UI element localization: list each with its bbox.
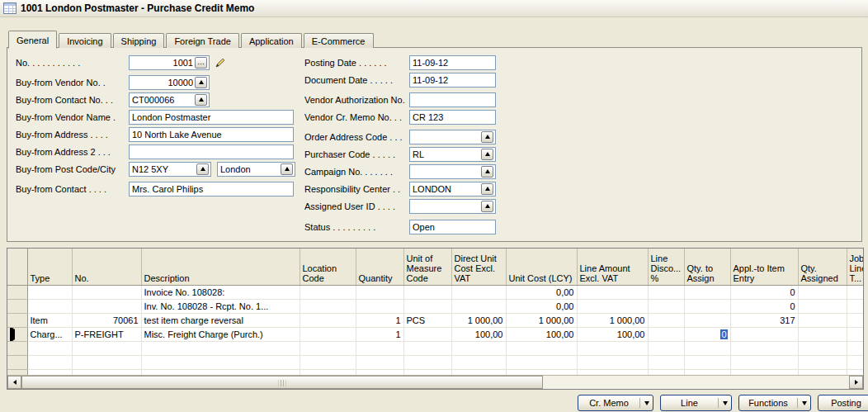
cell-qty-assigned[interactable] [798, 328, 847, 342]
cell-line-amount[interactable]: 1 000,00 [577, 314, 648, 328]
empty-cell[interactable] [648, 342, 684, 356]
empty-cell[interactable] [798, 342, 847, 356]
cell-quantity[interactable]: 1 [356, 328, 403, 342]
cell-appl-to-item-entry[interactable] [730, 328, 798, 342]
cell-line-discount[interactable] [648, 328, 684, 342]
posting-menu-button[interactable]: Posting [818, 395, 868, 411]
cell-line-discount[interactable] [648, 314, 684, 328]
cell-qty-to-assign[interactable] [684, 314, 730, 328]
empty-cell[interactable] [684, 356, 730, 370]
cell-job-line-type[interactable] [847, 314, 863, 328]
cell-uom-code[interactable] [403, 328, 451, 342]
cell-unit-cost-lcy[interactable]: 0,00 [506, 300, 577, 314]
lookup-button[interactable] [195, 77, 207, 88]
empty-cell[interactable] [451, 342, 506, 356]
buy-from-vendor-name-field[interactable]: London Postmaster [129, 110, 294, 125]
cell-type[interactable]: Charg... [27, 328, 72, 342]
lookup-button[interactable] [281, 163, 293, 175]
lookup-button[interactable] [481, 201, 493, 212]
lookup-button[interactable] [481, 149, 493, 160]
scrollbar-thumb[interactable] [21, 376, 543, 389]
buy-from-address-2-field[interactable] [129, 144, 294, 159]
empty-cell[interactable] [798, 356, 847, 370]
row-selector[interactable] [7, 314, 27, 328]
empty-cell[interactable] [847, 342, 863, 356]
order-address-code-field[interactable] [409, 130, 496, 144]
buy-from-address-field[interactable]: 10 North Lake Avenue [129, 127, 294, 142]
cell-location-code[interactable] [300, 286, 356, 300]
cell-line-amount[interactable] [577, 286, 648, 300]
cell-uom-code[interactable]: PCS [403, 314, 451, 328]
cell-location-code[interactable] [300, 300, 356, 314]
cell-direct-unit-cost[interactable]: 100,00 [451, 328, 506, 342]
empty-cell[interactable] [847, 356, 863, 370]
empty-cell[interactable] [451, 356, 506, 370]
cell-line-amount[interactable]: 100,00 [577, 328, 648, 342]
cell-qty-assigned[interactable] [798, 286, 847, 300]
cell-appl-to-item-entry[interactable]: 317 [730, 314, 798, 328]
buy-from-city-field[interactable]: London [217, 162, 295, 177]
cell-no[interactable] [72, 300, 141, 314]
empty-cell[interactable] [300, 342, 356, 356]
responsibility-center-field[interactable]: LONDON [409, 182, 496, 197]
assigned-user-id-field[interactable] [409, 199, 496, 214]
cell-appl-to-item-entry[interactable]: 0 [730, 286, 798, 300]
empty-cell[interactable] [730, 342, 798, 356]
cell-job-line-type[interactable] [847, 300, 863, 314]
tab-foreign-trade[interactable]: Foreign Trade [166, 33, 238, 48]
cell-description[interactable]: Misc. Freight Charge (Purch.) [141, 328, 300, 342]
tab-application[interactable]: Application [241, 33, 302, 48]
cell-quantity[interactable]: 1 [356, 314, 403, 328]
cell-quantity[interactable] [356, 286, 403, 300]
cell-no[interactable] [72, 286, 141, 300]
cell-qty-to-assign[interactable] [684, 286, 730, 300]
cell-qty-assigned[interactable] [798, 314, 847, 328]
cell-line-amount[interactable] [577, 300, 648, 314]
campaign-no-field[interactable] [409, 164, 496, 179]
scrollbar-track[interactable] [21, 376, 849, 389]
buy-from-contact-field[interactable]: Mrs. Carol Philips [129, 182, 294, 197]
empty-cell[interactable] [648, 356, 684, 370]
row-selector-active[interactable] [7, 328, 27, 342]
assist-edit-button[interactable]: … [195, 57, 207, 69]
row-selector[interactable] [7, 286, 27, 300]
row-selector[interactable] [7, 342, 27, 356]
cell-description[interactable]: Invoice No. 108028: [141, 286, 300, 300]
empty-cell[interactable] [730, 356, 798, 370]
lookup-button[interactable] [481, 183, 493, 195]
cell-direct-unit-cost[interactable] [451, 300, 506, 314]
empty-cell[interactable] [506, 356, 577, 370]
empty-cell[interactable] [356, 342, 403, 356]
cell-uom-code[interactable] [403, 286, 451, 300]
cr-memo-menu-button[interactable]: Cr. Memo [578, 395, 653, 411]
tab-shipping[interactable]: Shipping [113, 33, 165, 48]
empty-cell[interactable] [506, 342, 577, 356]
empty-cell[interactable] [403, 356, 451, 370]
tab-ecommerce[interactable]: E-Commerce [304, 33, 374, 48]
cell-qty-to-assign[interactable] [684, 300, 730, 314]
cell-no[interactable]: P-FREIGHT [72, 328, 141, 342]
scroll-right-button[interactable] [849, 376, 863, 389]
no-field[interactable]: 1001 … [129, 55, 210, 70]
tab-general[interactable]: General [8, 31, 57, 49]
lookup-button[interactable] [195, 94, 207, 106]
cell-unit-cost-lcy[interactable]: 0,00 [506, 286, 577, 300]
buy-from-post-code-field[interactable]: N12 5XY [129, 162, 211, 177]
cell-line-discount[interactable] [648, 286, 684, 300]
cell-unit-cost-lcy[interactable]: 1 000,00 [506, 314, 577, 328]
empty-cell[interactable] [577, 342, 648, 356]
cell-direct-unit-cost[interactable] [451, 286, 506, 300]
vendor-cr-memo-no-field[interactable]: CR 123 [409, 110, 496, 125]
cell-uom-code[interactable] [403, 300, 451, 314]
cell-no[interactable]: 70061 [72, 314, 141, 328]
cell-line-discount[interactable] [648, 300, 684, 314]
purchaser-code-field[interactable]: RL [409, 147, 496, 162]
document-date-field[interactable]: 11-09-12 [409, 73, 496, 88]
empty-cell[interactable] [684, 342, 730, 356]
cell-type[interactable] [27, 286, 72, 300]
cell-unit-cost-lcy[interactable]: 100,00 [506, 328, 577, 342]
cell-type[interactable] [27, 300, 72, 314]
cell-direct-unit-cost[interactable]: 1 000,00 [451, 314, 506, 328]
cell-qty-assigned[interactable] [798, 300, 847, 314]
empty-cell[interactable] [577, 356, 648, 370]
